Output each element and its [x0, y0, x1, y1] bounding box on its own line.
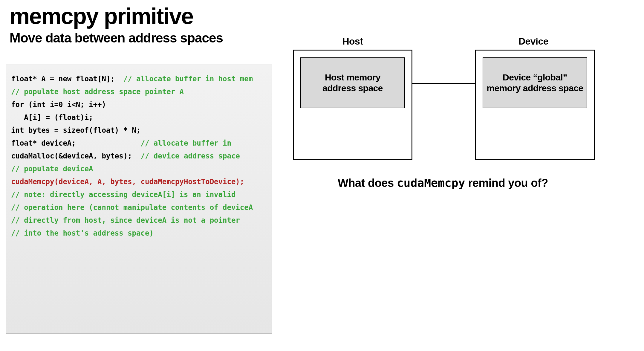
- question-prefix: What does: [338, 177, 397, 189]
- device-inner-box: Device “global” memory address space: [483, 57, 587, 108]
- code-call: cudaMemcpy(deviceA, A, bytes, cudaMemcpy…: [11, 176, 267, 188]
- code-line: A[i] = (float)i;: [11, 111, 267, 124]
- connector-line: [412, 83, 475, 84]
- code-line: cudaMalloc(&deviceA, bytes); // device a…: [11, 150, 267, 163]
- code-text: cudaMalloc(&deviceA, bytes);: [11, 152, 140, 160]
- code-text: float* A = new float[N];: [11, 75, 123, 83]
- device-label: Device: [517, 36, 550, 47]
- code-text: float* deviceA;: [11, 139, 140, 147]
- code-line: for (int i=0 i<N; i++): [11, 98, 267, 111]
- question-suffix: remind you of?: [465, 177, 548, 189]
- code-comment: // allocate buffer in: [140, 139, 235, 147]
- question-code: cudaMemcpy: [397, 176, 465, 190]
- code-comment: // populate deviceA: [11, 163, 267, 176]
- code-comment: // into the host's address space): [11, 227, 267, 240]
- code-comment: // populate host address space pointer A: [11, 86, 267, 98]
- code-comment: // operation here (cannot manipulate con…: [11, 201, 267, 214]
- code-line: float* A = new float[N]; // allocate buf…: [11, 73, 267, 86]
- code-comment: // device address space: [140, 152, 240, 160]
- memory-diagram: Host Device Host memory address space De…: [290, 36, 631, 191]
- code-line: int bytes = sizeof(float) * N;: [11, 124, 267, 137]
- code-block: float* A = new float[N]; // allocate buf…: [6, 65, 272, 334]
- code-comment: // note: directly accessing deviceA[i] i…: [11, 188, 267, 201]
- slide-title: memcpy primitive: [10, 3, 193, 29]
- host-inner-box: Host memory address space: [300, 57, 405, 108]
- slide-subtitle: Move data between address spaces: [10, 30, 223, 45]
- question-text: What does cudaMemcpy remind you of?: [338, 176, 548, 190]
- code-line: float* deviceA; // allocate buffer in: [11, 137, 267, 150]
- host-label: Host: [341, 36, 365, 47]
- code-comment: // allocate buffer in host mem: [123, 75, 253, 83]
- code-comment: // directly from host, since deviceA is …: [11, 214, 267, 227]
